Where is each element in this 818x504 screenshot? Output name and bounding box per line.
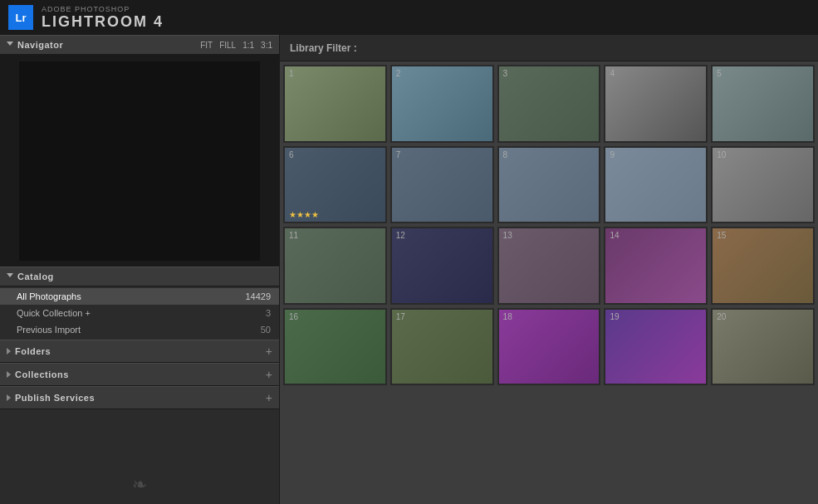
photo-num-3: 3 (503, 69, 508, 78)
photo-num-13: 13 (503, 231, 512, 240)
catalog-header[interactable]: Catalog (0, 267, 279, 286)
publish-services-section: Publish Services + (0, 386, 279, 409)
photo-cell-16[interactable]: 16 (283, 308, 387, 386)
photo-cell-10[interactable]: 10 (711, 146, 815, 224)
photo-placeholder-14: 14 (605, 228, 706, 303)
grid-row-4: 1617181920 (283, 308, 815, 386)
photo-num-18: 18 (503, 312, 512, 321)
photo-num-8: 8 (503, 150, 508, 159)
photo-num-5: 5 (717, 69, 722, 78)
zoom-fill[interactable]: FILL (219, 41, 236, 50)
photo-placeholder-15: 15 (713, 228, 813, 303)
main-layout: Navigator FIT FILL 1:1 3:1 Catalog (0, 35, 818, 504)
title-text: ADOBE PHOTOSHOP LIGHTROOM 4 (42, 5, 164, 31)
folders-header[interactable]: Folders + (0, 340, 279, 363)
photo-placeholder-20: 20 (713, 310, 813, 384)
photo-cell-18[interactable]: 18 (497, 308, 601, 386)
collections-header[interactable]: Collections + (0, 363, 279, 386)
photo-cell-6[interactable]: 6★★★★ (283, 146, 387, 224)
all-photographs-count: 14429 (245, 291, 271, 301)
photo-cell-14[interactable]: 14 (604, 227, 708, 305)
library-filter-label: Library Filter : (290, 42, 357, 54)
panel-bottom: ❧ (0, 409, 279, 504)
photo-cell-17[interactable]: 17 (390, 308, 494, 386)
zoom-fit[interactable]: FIT (200, 41, 213, 50)
photo-placeholder-2: 2 (392, 66, 492, 141)
publish-services-header-left: Publish Services (7, 393, 95, 403)
navigator-section: Navigator FIT FILL 1:1 3:1 (0, 35, 279, 267)
photo-cell-19[interactable]: 19 (604, 308, 708, 386)
catalog-title: Catalog (17, 272, 54, 281)
photo-cell-20[interactable]: 20 (711, 308, 815, 386)
photo-cell-7[interactable]: 7 (390, 146, 494, 224)
photo-placeholder-7: 7 (392, 148, 492, 223)
all-photographs-label: All Photographs (17, 291, 81, 301)
photo-num-11: 11 (289, 231, 298, 240)
collections-add-icon[interactable]: + (266, 368, 272, 381)
folders-title: Folders (15, 346, 51, 356)
photo-placeholder-1: 1 (285, 66, 385, 141)
navigator-header[interactable]: Navigator FIT FILL 1:1 3:1 (0, 35, 279, 55)
zoom-1-1[interactable]: 1:1 (242, 41, 254, 50)
lr-logo: Lr (8, 5, 33, 30)
photo-cell-15[interactable]: 15 (711, 227, 815, 305)
photo-num-6: 6 (289, 150, 294, 159)
photo-num-10: 10 (717, 150, 726, 159)
photo-placeholder-12: 12 (392, 228, 492, 303)
publish-services-header[interactable]: Publish Services + (0, 386, 279, 409)
photo-cell-13[interactable]: 13 (497, 227, 601, 305)
collections-section: Collections + (0, 363, 279, 386)
catalog-item-previous-import[interactable]: Previous Import 50 (0, 321, 279, 338)
photo-cell-9[interactable]: 9 (604, 146, 708, 224)
catalog-section: Catalog All Photographs 14429 Quick Coll… (0, 267, 279, 340)
publish-services-triangle (7, 394, 11, 401)
photo-placeholder-8: 8 (499, 148, 600, 223)
adobe-label: ADOBE PHOTOSHOP (42, 5, 164, 13)
grid-row-3: 1112131415 (283, 227, 815, 305)
folders-header-left: Folders (7, 346, 51, 356)
catalog-header-left: Catalog (7, 272, 54, 281)
photo-num-2: 2 (396, 69, 401, 78)
photo-num-7: 7 (396, 150, 401, 159)
content-area: Library Filter : 123456★★★★7891011121314… (280, 35, 818, 504)
photo-placeholder-10: 10 (713, 148, 813, 223)
photo-num-16: 16 (289, 312, 298, 321)
publish-services-add-icon[interactable]: + (266, 391, 272, 404)
navigator-triangle (7, 42, 13, 49)
photo-cell-12[interactable]: 12 (390, 227, 494, 305)
photo-cell-4[interactable]: 4 (604, 65, 708, 143)
collections-header-left: Collections (7, 369, 69, 379)
filter-bar: Library Filter : (280, 35, 818, 61)
navigator-title: Navigator (17, 40, 63, 50)
folders-add-icon[interactable]: + (266, 345, 272, 358)
photo-grid[interactable]: 123456★★★★7891011121314151617181920 (280, 61, 818, 504)
photo-cell-3[interactable]: 3 (497, 65, 601, 143)
photo-placeholder-11: 11 (285, 228, 385, 303)
photo-cell-2[interactable]: 2 (390, 65, 494, 143)
catalog-item-quick-collection[interactable]: Quick Collection + 3 (0, 305, 279, 321)
grid-row-1: 12345 (283, 65, 815, 143)
photo-placeholder-17: 17 (392, 310, 492, 384)
navigator-zoom-controls: FIT FILL 1:1 3:1 (200, 41, 272, 50)
folders-section: Folders + (0, 340, 279, 363)
left-panel: Navigator FIT FILL 1:1 3:1 Catalog (0, 35, 280, 504)
catalog-triangle (7, 273, 13, 281)
photo-cell-5[interactable]: 5 (711, 65, 815, 143)
collections-title: Collections (15, 369, 69, 379)
photo-num-4: 4 (610, 69, 615, 78)
quick-collection-label: Quick Collection + (17, 308, 91, 318)
photo-num-9: 9 (610, 150, 615, 159)
previous-import-label: Previous Import (17, 325, 81, 335)
photo-cell-1[interactable]: 1 (283, 65, 387, 143)
navigator-header-left: Navigator (7, 40, 63, 50)
app-title: LIGHTROOM 4 (42, 13, 164, 31)
zoom-3-1[interactable]: 3:1 (261, 41, 272, 50)
photo-num-20: 20 (717, 312, 726, 321)
photo-cell-11[interactable]: 11 (283, 227, 387, 305)
navigator-canvas (19, 61, 260, 261)
catalog-items: All Photographs 14429 Quick Collection +… (0, 286, 279, 340)
photo-cell-8[interactable]: 8 (497, 146, 601, 224)
grid-row-2: 6★★★★78910 (283, 146, 815, 224)
collections-triangle (7, 371, 11, 378)
catalog-item-all-photographs[interactable]: All Photographs 14429 (0, 288, 279, 305)
